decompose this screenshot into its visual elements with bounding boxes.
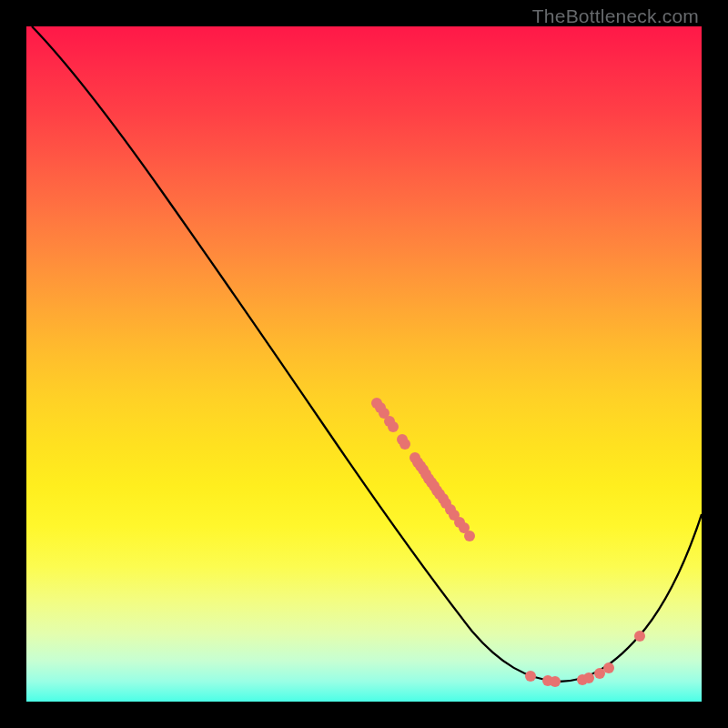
data-point <box>603 662 614 673</box>
data-point <box>583 672 594 683</box>
data-point <box>388 421 399 432</box>
chart-svg <box>26 26 702 702</box>
bottleneck-curve <box>32 26 702 682</box>
data-point <box>634 631 645 642</box>
data-point <box>464 531 475 541</box>
scatter-cluster-upper <box>371 398 475 541</box>
watermark-text: TheBottleneck.com <box>532 5 699 27</box>
scatter-cluster-bottom <box>525 631 645 687</box>
data-point <box>550 676 561 687</box>
data-point <box>399 439 410 450</box>
data-point <box>594 668 605 679</box>
data-point <box>525 671 536 682</box>
